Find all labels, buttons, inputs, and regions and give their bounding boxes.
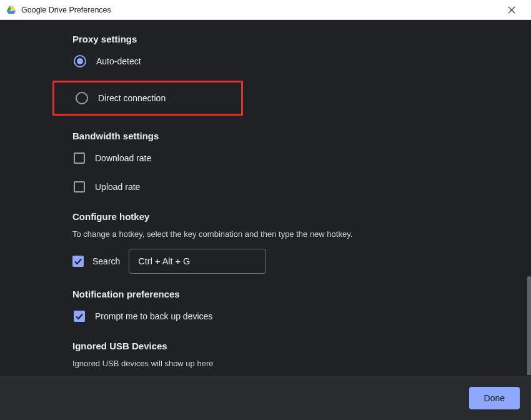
ignored-usb-heading: Ignored USB Devices: [72, 341, 519, 351]
window-title: Google Drive Preferences: [21, 6, 111, 14]
proxy-heading: Proxy settings: [72, 34, 519, 44]
scrollbar[interactable]: [527, 276, 531, 375]
proxy-direct-radio[interactable]: [76, 92, 88, 104]
upload-rate-label: Upload rate: [95, 182, 140, 192]
upload-rate-row[interactable]: Upload rate: [72, 178, 519, 196]
proxy-auto-detect-radio[interactable]: [74, 55, 86, 68]
proxy-direct-row[interactable]: Direct connection: [74, 89, 166, 108]
hotkey-value: Ctrl + Alt + G: [138, 256, 190, 266]
prompt-backup-label: Prompt me to back up devices: [95, 311, 212, 321]
search-hotkey-label: Search: [92, 256, 120, 266]
prompt-backup-checkbox[interactable]: [74, 311, 85, 322]
ignored-usb-text: Ignored USB devices will show up here: [72, 359, 519, 368]
proxy-auto-detect-row[interactable]: Auto-detect: [72, 52, 519, 71]
close-icon: [508, 6, 515, 14]
proxy-direct-label: Direct connection: [98, 93, 166, 103]
search-hotkey-checkbox[interactable]: [72, 256, 84, 267]
hotkey-input[interactable]: Ctrl + Alt + G: [129, 249, 266, 274]
download-rate-row[interactable]: Download rate: [72, 149, 519, 168]
check-icon: [74, 311, 84, 321]
download-rate-checkbox[interactable]: [74, 152, 85, 164]
annotation-highlight: Direct connection: [52, 81, 243, 116]
footer: Done: [0, 375, 531, 420]
hotkey-row: Search Ctrl + Alt + G: [72, 249, 519, 274]
preferences-window: Google Drive Preferences Proxy settings …: [0, 0, 531, 420]
bandwidth-heading: Bandwidth settings: [72, 131, 519, 141]
check-icon: [73, 256, 83, 266]
prompt-backup-row[interactable]: Prompt me to back up devices: [72, 307, 519, 326]
close-button[interactable]: [497, 0, 526, 20]
hotkey-heading: Configure hotkey: [72, 211, 519, 222]
google-drive-icon: [6, 5, 16, 15]
download-rate-label: Download rate: [95, 153, 151, 163]
notifications-heading: Notification preferences: [72, 289, 519, 299]
upload-rate-checkbox[interactable]: [74, 181, 85, 192]
done-button[interactable]: Done: [469, 387, 520, 409]
content-area: Proxy settings Auto-detect Direct connec…: [0, 20, 531, 375]
proxy-auto-detect-label: Auto-detect: [96, 56, 141, 66]
hotkey-hint: To change a hotkey, select the key combi…: [72, 229, 519, 239]
titlebar: Google Drive Preferences: [0, 0, 531, 20]
